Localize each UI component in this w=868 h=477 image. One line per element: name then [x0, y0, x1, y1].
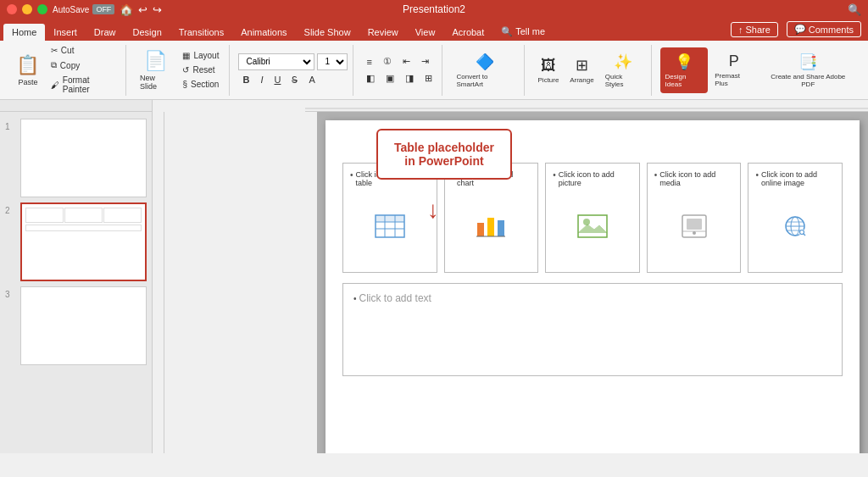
convert-to-smartart-button[interactable]: 🔷 Convert to SmartArt — [451, 47, 519, 93]
layout-button[interactable]: ▦ Layout — [177, 49, 224, 62]
online-icon-area[interactable] — [755, 187, 835, 265]
bold-button[interactable]: B — [238, 73, 253, 86]
quick-styles-button[interactable]: ✨ Quick Styles — [600, 47, 646, 93]
close-button[interactable] — [7, 4, 17, 14]
ribbon-tabs: Home Insert Draw Design Transitions Anim… — [0, 19, 868, 41]
text-placeholder-label: Click to add text — [359, 292, 431, 304]
autosave-label: AutoSave — [53, 5, 89, 14]
svg-rect-11 — [578, 215, 607, 237]
section-button[interactable]: § Section — [177, 78, 224, 91]
slides-group: 📄 New Slide ▦ Layout ↺ Reset § Section — [130, 45, 230, 96]
comments-button[interactable]: 💬 Comments — [787, 21, 861, 37]
media-icon-area[interactable] — [654, 187, 734, 265]
search-icon[interactable]: 🔍 — [848, 3, 861, 16]
title-bar-right: 🔍 — [848, 3, 861, 16]
slide-item-2[interactable]: 2 — [3, 201, 148, 283]
tab-view[interactable]: View — [407, 24, 444, 41]
slide-num-3: 3 — [5, 286, 15, 299]
format-painter-button[interactable]: 🖌 Format Painter — [46, 74, 120, 96]
font-group: Calibri 18 B I U S̶ A — [233, 45, 353, 96]
picture-placeholder[interactable]: • Click icon to add picture — [545, 163, 640, 273]
copy-button[interactable]: ⧉ Copy — [46, 58, 120, 72]
tab-design[interactable]: Design — [125, 24, 170, 41]
slide-thumb-1[interactable] — [20, 119, 147, 197]
cut-button[interactable]: ✂ Cut — [46, 44, 120, 57]
chart-icon — [476, 214, 506, 238]
tab-draw[interactable]: Draw — [86, 24, 125, 41]
svg-rect-6 — [376, 215, 404, 222]
ruler-corner — [0, 100, 153, 112]
media-placeholder[interactable]: • Click icon to add media — [647, 163, 742, 273]
bullet-4: • — [654, 170, 658, 180]
redo-icon[interactable]: ↪ — [153, 3, 162, 16]
tab-animations[interactable]: Animations — [232, 24, 295, 41]
strikethrough-button[interactable]: S̶ — [287, 73, 302, 87]
share-button[interactable]: ↑ Share — [731, 22, 778, 37]
reset-button[interactable]: ↺ Reset — [177, 64, 224, 76]
tab-tellme[interactable]: 🔍 Tell me — [492, 23, 554, 41]
autosave-badge[interactable]: OFF — [92, 4, 114, 14]
numbering-button[interactable]: ① — [379, 54, 396, 69]
arrange-button[interactable]: ⊞ Arrange — [565, 47, 598, 93]
align-left-button[interactable]: ◧ — [362, 71, 379, 86]
callout-text: Table placeholder in PowerPoint — [394, 141, 494, 168]
new-slide-icon: 📄 — [144, 50, 167, 72]
tab-home[interactable]: Home — [3, 24, 45, 41]
create-share-pdf-button[interactable]: 📑 Create and Share Adobe PDF — [760, 47, 856, 93]
section-icon: § — [182, 80, 187, 89]
media-placeholder-title: Click icon to add media — [659, 170, 733, 187]
tab-transitions[interactable]: Transitions — [170, 24, 232, 41]
slide-thumb-3[interactable] — [20, 286, 147, 365]
decrease-indent-button[interactable]: ⇤ — [398, 54, 415, 69]
tab-review[interactable]: Review — [359, 24, 407, 41]
paste-button[interactable]: 📋 Paste — [12, 47, 44, 93]
tab-acrobat[interactable]: Acrobat — [443, 24, 492, 41]
new-slide-button[interactable]: 📄 New Slide — [135, 47, 175, 93]
table-icon-area[interactable] — [350, 187, 430, 265]
smartart-icon: 🔷 — [476, 53, 494, 71]
design-ideas-button[interactable]: 💡 Design Ideas — [660, 47, 709, 93]
align-center-button[interactable]: ▣ — [381, 71, 398, 86]
autosave-group: AutoSave OFF — [53, 4, 114, 14]
slide-item-1[interactable]: 1 — [3, 117, 148, 199]
font-family-select[interactable]: Calibri — [238, 53, 314, 70]
underline-button[interactable]: U — [270, 73, 285, 86]
picture-placeholder-title: Click icon to add picture — [559, 170, 632, 187]
tab-insert[interactable]: Insert — [45, 24, 86, 41]
media-icon — [679, 214, 709, 238]
italic-button[interactable]: I — [256, 73, 267, 86]
columns-button[interactable]: ⊞ — [420, 71, 437, 86]
pdf-icon: 📑 — [798, 53, 817, 71]
bullets-button[interactable]: ≡ — [362, 54, 376, 69]
cut-icon: ✂ — [51, 46, 58, 55]
align-right-button[interactable]: ◨ — [401, 71, 418, 86]
undo-icon[interactable]: ↩ — [138, 3, 147, 16]
quick-styles-icon: ✨ — [614, 53, 632, 71]
minimize-button[interactable] — [22, 4, 32, 14]
chart-icon-area[interactable] — [452, 187, 531, 265]
slide-item-3[interactable]: 3 — [3, 285, 148, 367]
shadow-button[interactable]: A — [304, 73, 319, 86]
text-placeholder[interactable]: • Click to add text — [342, 283, 843, 376]
share-icon: ↑ — [738, 25, 743, 35]
svg-rect-9 — [498, 220, 504, 236]
picture-icon-area[interactable] — [553, 187, 632, 265]
svg-rect-8 — [487, 218, 494, 236]
design-ideas-icon: 💡 — [675, 53, 693, 71]
font-size-select[interactable]: 18 — [317, 53, 348, 70]
callout-box: Table placeholder in PowerPoint — [376, 129, 512, 180]
clipboard-group: 📋 Paste ✂ Cut ⧉ Copy 🖌 Format Painter — [7, 45, 126, 96]
online-image-placeholder[interactable]: • Click icon to add online image — [748, 163, 843, 273]
callout-arrow: ↓ — [427, 197, 439, 224]
increase-indent-button[interactable]: ⇥ — [417, 54, 433, 69]
title-bar: AutoSave OFF 🏠 ↩ ↪ Presentation2 🔍 — [0, 0, 868, 19]
home-nav-icon[interactable]: 🏠 — [120, 3, 133, 16]
online-image-icon — [780, 214, 810, 238]
maximize-button[interactable] — [37, 4, 47, 14]
text-bullet: • — [353, 294, 357, 303]
premast-plus-button[interactable]: P Premast Plus — [709, 47, 758, 93]
tab-slideshow[interactable]: Slide Show — [296, 24, 359, 41]
copy-icon: ⧉ — [51, 60, 57, 70]
picture-button[interactable]: 🖼 Picture — [533, 47, 564, 93]
slide-thumb-2[interactable] — [20, 202, 147, 281]
